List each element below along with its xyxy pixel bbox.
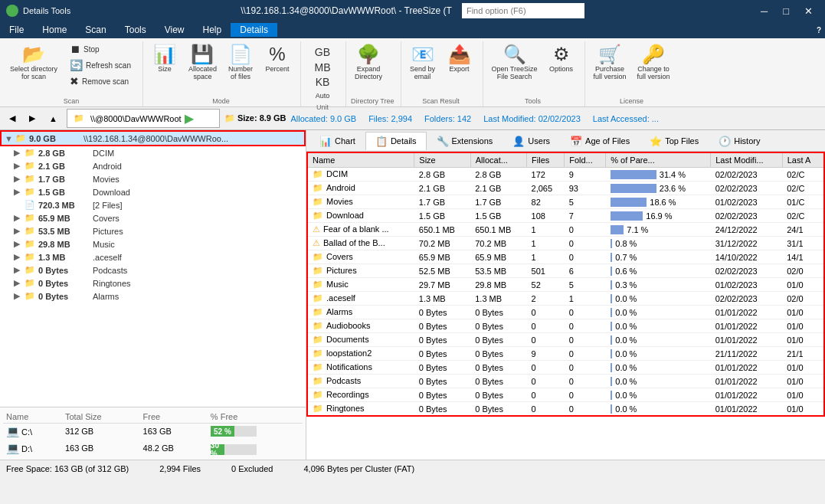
allocated-space-button[interactable]: 💾 Allocated space [185, 41, 221, 84]
back-button[interactable]: ◀ [5, 111, 20, 126]
tree-item-arrow[interactable]: ▶ [14, 278, 25, 288]
forward-button[interactable]: ▶ [25, 111, 40, 126]
tree-item[interactable]: ▶ 📁 1.3 MB .aceself [0, 250, 306, 263]
tree-item[interactable]: 📄 720.3 MB [2 Files] [0, 198, 306, 211]
stop-button[interactable]: ⏹ Stop [64, 41, 136, 57]
table-header[interactable]: Size [414, 152, 470, 168]
tree-item-arrow[interactable]: ▶ [14, 148, 25, 158]
purchase-full-version-button[interactable]: 🛒 Purchase full version [590, 41, 630, 84]
tree-item[interactable]: ▶ 📁 2.1 GB Android [0, 159, 306, 172]
tab-extensions[interactable]: 🔧Extensions [427, 132, 503, 150]
row-last-acc: 14/1 [782, 250, 824, 264]
tab-chart[interactable]: 📊Chart [309, 132, 365, 150]
table-scroll-area[interactable]: NameSizeAllocat...FilesFold...% of Pare.… [306, 152, 825, 460]
tree-item[interactable]: ▶ 📁 65.9 MB Covers [0, 211, 306, 224]
up-button[interactable]: ▲ [44, 112, 62, 126]
tree-item[interactable]: ▶ 📁 53.5 MB Pictures [0, 224, 306, 237]
tree-root-item[interactable]: ▼ 📁 9.0 GB \\192.168.1.34@8000\DavWWWRoo… [0, 130, 306, 146]
drive-row[interactable]: 💻 D:\ 163 GB 48.2 GB 30 % [3, 439, 303, 457]
tree-item-arrow[interactable]: ▶ [14, 174, 25, 184]
tree-item[interactable]: ▶ 📁 0 Bytes Ringtones [0, 277, 306, 290]
tab-details[interactable]: 📋Details [365, 132, 427, 150]
select-directory-button[interactable]: 📂 Select directory for scan [6, 41, 61, 84]
tree-item[interactable]: ▶ 📁 1.7 GB Movies [0, 172, 306, 185]
table-row[interactable]: 📁.aceself 1.3 MB 1.3 MB 2 1 0.0 % 02/02/… [307, 292, 824, 306]
tab-history[interactable]: 🕐History [709, 132, 770, 150]
table-header[interactable]: Last Modifi... [711, 152, 783, 168]
tree-item-arrow[interactable]: ▶ [14, 161, 25, 171]
address-path[interactable]: 📁 \\@8000\DavWWWRoot ▶ [67, 109, 220, 128]
find-option-input[interactable] [462, 3, 584, 18]
tree-item[interactable]: ▶ 📁 1.5 GB Download [0, 185, 306, 198]
table-row[interactable]: 📁Pictures 52.5 MB 53.5 MB 501 6 0.6 % 02… [307, 264, 824, 278]
maximize-button[interactable]: □ [777, 4, 795, 18]
cluster-status: 4,096 Bytes per Cluster (FAT) [303, 464, 414, 473]
number-files-button[interactable]: 📄 Number of files [224, 41, 257, 84]
open-treesize-search-button[interactable]: 🔍 Open TreeSize File Search [488, 41, 542, 84]
tree-item[interactable]: ▶ 📁 29.8 MB Music [0, 237, 306, 250]
minimize-button[interactable]: ─ [755, 4, 774, 18]
tab-users[interactable]: 👤Users [503, 132, 560, 150]
table-row[interactable]: 📁Documents 0 Bytes 0 Bytes 0 0 0.0 % 01/… [307, 333, 824, 347]
table-row[interactable]: 📁DCIM 2.8 GB 2.8 GB 172 9 31.4 % 02/02/2… [307, 168, 824, 182]
close-button[interactable]: ✕ [798, 4, 819, 18]
table-row[interactable]: 📁loopstation2 0 Bytes 0 Bytes 9 0 0.0 % … [307, 347, 824, 361]
table-row[interactable]: 📁Notifications 0 Bytes 0 Bytes 0 0 0.0 %… [307, 361, 824, 375]
table-header[interactable]: % of Pare... [606, 152, 711, 168]
tree-item-arrow[interactable]: ▶ [14, 239, 25, 249]
drive-row[interactable]: 💻 C:\ 312 GB 163 GB 52 % [3, 424, 303, 440]
table-header[interactable]: Allocat... [470, 152, 526, 168]
table-row[interactable]: 📁Podcasts 0 Bytes 0 Bytes 0 0 0.0 % 01/0… [307, 375, 824, 388]
tree-item-arrow[interactable]: ▶ [14, 187, 25, 197]
table-row[interactable]: ⚠Ballad of the B... 70.2 MB 70.2 MB 1 0 … [307, 237, 824, 250]
table-row[interactable]: 📁Audiobooks 0 Bytes 0 Bytes 0 0 0.0 % 01… [307, 319, 824, 333]
tree-item-arrow[interactable]: ▶ [14, 213, 25, 223]
tree-expand-icon[interactable]: ▼ [5, 134, 15, 143]
table-row[interactable]: 📁Alarms 0 Bytes 0 Bytes 0 0 0.0 % 01/01/… [307, 306, 824, 319]
menu-item-file[interactable]: File [0, 23, 33, 37]
size-button[interactable]: 📊 Size [148, 41, 182, 77]
table-header[interactable]: Files [527, 152, 565, 168]
table-row[interactable]: 📁Music 29.7 MB 29.8 MB 52 5 0.3 % 01/02/… [307, 278, 824, 292]
table-header[interactable]: Last A [782, 152, 824, 168]
ribbon-tools-buttons: 🔍 Open TreeSize File Search ⚙ Options [488, 41, 578, 97]
options-button[interactable]: ⚙ Options [545, 41, 578, 77]
remove-scan-button[interactable]: ✖ Remove scan [64, 74, 136, 89]
change-full-version-button[interactable]: 🔑 Change to full version [633, 41, 674, 84]
tree-item[interactable]: ▶ 📁 0 Bytes Podcasts [0, 263, 306, 277]
table-row[interactable]: ⚠Fear of a blank ... 650.1 MB 650.1 MB 1… [307, 223, 824, 237]
refresh-scan-button[interactable]: 🔄 Refresh scan [64, 57, 136, 73]
tab-top-files[interactable]: ⭐Top Files [640, 132, 709, 150]
tabs-bar: 📊Chart📋Details🔧Extensions👤Users📅Age of F… [306, 130, 825, 152]
menu-item-help[interactable]: Help [194, 23, 231, 37]
expand-directory-button[interactable]: 🌳 Expand Directory [351, 41, 386, 84]
menu-item-details[interactable]: Details [231, 23, 277, 37]
table-row[interactable]: 📁Recordings 0 Bytes 0 Bytes 0 0 0.0 % 01… [307, 388, 824, 402]
tree-item[interactable]: ▶ 📁 2.8 GB DCIM [0, 146, 306, 159]
table-header[interactable]: Name [307, 152, 414, 168]
export-button[interactable]: 📤 Export [443, 41, 476, 77]
menu-item-home[interactable]: Home [33, 23, 76, 37]
table-row[interactable]: 📁Ringtones 0 Bytes 0 Bytes 0 0 0.0 % 01/… [307, 402, 824, 417]
menu-item-tools[interactable]: Tools [116, 23, 156, 37]
menu-item-view[interactable]: View [156, 23, 194, 37]
auto-unit-button[interactable]: GBMBKB Auto [306, 41, 339, 103]
tree-item[interactable]: ▶ 📁 0 Bytes Alarms [0, 290, 306, 303]
table-row[interactable]: 📁Download 1.5 GB 1.5 GB 108 7 16.9 % 02/… [307, 209, 824, 223]
menu-item-scan[interactable]: Scan [76, 23, 115, 37]
table-row[interactable]: 📁Covers 65.9 MB 65.9 MB 1 0 0.7 % 14/10/… [307, 250, 824, 264]
table-header[interactable]: Fold... [565, 152, 606, 168]
table-row[interactable]: 📁Android 2.1 GB 2.1 GB 2,065 93 23.6 % 0… [307, 182, 824, 195]
tab-age-of-files[interactable]: 📅Age of Files [560, 132, 640, 150]
row-alloc: 0 Bytes [470, 347, 526, 361]
row-last-mod: 02/02/2023 [711, 292, 783, 306]
send-email-button[interactable]: 📧 Send by email [406, 41, 440, 84]
navigate-arrow[interactable]: ▶ [185, 111, 194, 126]
tree-item-arrow[interactable]: ▶ [14, 252, 25, 262]
tree-item-arrow[interactable]: ▶ [14, 226, 25, 236]
tree-item-arrow[interactable]: ▶ [14, 265, 25, 275]
help-icon[interactable]: ? [813, 24, 825, 36]
table-row[interactable]: 📁Movies 1.7 GB 1.7 GB 82 5 18.6 % 01/02/… [307, 195, 824, 209]
tree-item-arrow[interactable]: ▶ [14, 291, 25, 301]
percent-button[interactable]: % Percent [260, 41, 294, 77]
